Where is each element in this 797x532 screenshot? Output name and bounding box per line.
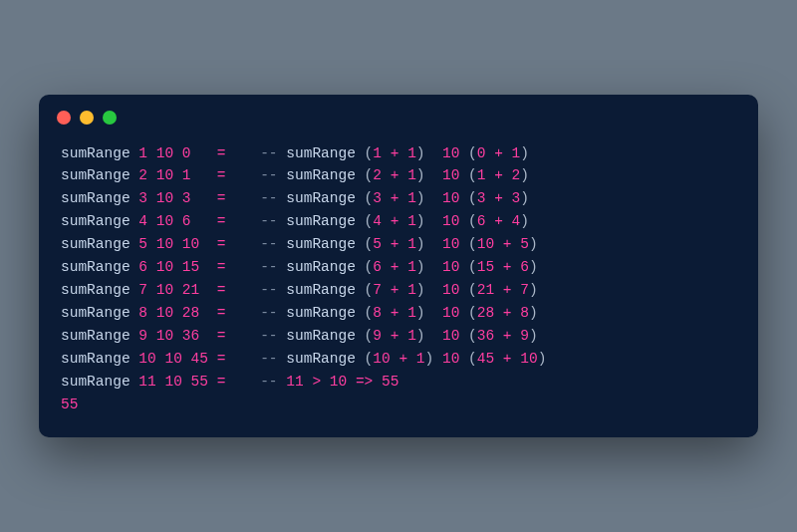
- arg-c: 36: [182, 328, 199, 344]
- cy: 28: [477, 305, 494, 321]
- lparen: (: [365, 259, 374, 275]
- one: 1: [416, 351, 425, 367]
- fn-name: sumRange: [286, 167, 356, 183]
- op-eq: =: [217, 145, 226, 161]
- cx: 7: [373, 282, 382, 298]
- lparen: (: [365, 328, 374, 344]
- arg-b: 10: [164, 351, 181, 367]
- minimize-icon[interactable]: [80, 111, 94, 125]
- cy: 45: [477, 351, 494, 367]
- rparen: ): [416, 282, 425, 298]
- cx: 2: [373, 167, 382, 183]
- code-line: sumRange 8 10 28 = -- sumRange (8 + 1) 1…: [61, 302, 736, 325]
- op-eq: =: [217, 167, 226, 183]
- lparen: (: [468, 305, 477, 321]
- op-plus: +: [503, 305, 512, 321]
- lparen: (: [365, 282, 374, 298]
- rparen: ): [416, 305, 425, 321]
- arg-b: 10: [156, 328, 173, 344]
- ten: 10: [442, 190, 459, 206]
- op-plus: +: [391, 167, 399, 183]
- arg-a: 9: [138, 328, 147, 344]
- fn-name: sumRange: [61, 167, 131, 183]
- cx: 6: [373, 259, 382, 275]
- op-plus: +: [503, 328, 512, 344]
- one: 1: [407, 190, 416, 206]
- op-plus: +: [391, 259, 399, 275]
- cz: 7: [520, 282, 529, 298]
- lparen: (: [468, 213, 477, 229]
- lparen: (: [365, 236, 374, 252]
- cy: 3: [477, 190, 486, 206]
- cy: 21: [477, 282, 494, 298]
- rparen: ): [520, 213, 529, 229]
- rparen: ): [538, 351, 547, 367]
- cz: 3: [512, 190, 521, 206]
- cy: 6: [477, 213, 486, 229]
- lparen: (: [365, 190, 374, 206]
- lparen: (: [468, 351, 477, 367]
- comment-dash: --: [260, 259, 277, 275]
- lparen: (: [365, 213, 374, 229]
- lparen: (: [468, 145, 477, 161]
- fn-name: sumRange: [286, 259, 356, 275]
- result: 55: [61, 397, 78, 412]
- code-line: sumRange 9 10 36 = -- sumRange (9 + 1) 1…: [61, 325, 736, 348]
- rparen: ): [520, 190, 529, 206]
- ten: 10: [442, 259, 459, 275]
- cy: 0: [477, 145, 486, 161]
- one: 1: [407, 305, 416, 321]
- comment-dash: --: [260, 374, 277, 390]
- lparen: (: [365, 305, 374, 321]
- comment-dash: --: [260, 305, 277, 321]
- ten: 10: [442, 213, 459, 229]
- arg-b: 10: [156, 213, 173, 229]
- arg-b: 10: [156, 190, 173, 206]
- cx: 3: [373, 190, 382, 206]
- maximize-icon[interactable]: [103, 111, 117, 125]
- op-eq: =: [217, 190, 226, 206]
- arg-a: 10: [138, 351, 155, 367]
- op-eq: =: [217, 213, 226, 229]
- lparen: (: [468, 259, 477, 275]
- op-plus: +: [391, 305, 399, 321]
- code-line: sumRange 10 10 45 = -- sumRange (10 + 1)…: [61, 348, 736, 371]
- op-eq: =: [217, 351, 226, 367]
- arg-c: 0: [182, 145, 191, 161]
- fn-name: sumRange: [61, 282, 131, 298]
- fn-name: sumRange: [61, 213, 131, 229]
- cx: 4: [373, 213, 382, 229]
- op-gt: >: [312, 374, 321, 390]
- arg-a: 4: [138, 213, 147, 229]
- code-line: sumRange 2 10 1 = -- sumRange (2 + 1) 10…: [61, 164, 736, 187]
- rparen: ): [416, 236, 425, 252]
- lparen: (: [468, 190, 477, 206]
- op-plus: +: [391, 236, 399, 252]
- fn-name: sumRange: [61, 145, 131, 161]
- code-block: sumRange 1 10 0 = -- sumRange (1 + 1) 10…: [39, 133, 758, 438]
- op-plus: +: [391, 190, 399, 206]
- arg-a: 3: [138, 190, 147, 206]
- op-eq: =: [217, 305, 226, 321]
- cx: 8: [373, 305, 382, 321]
- op-plus: +: [503, 282, 512, 298]
- rparen: ): [529, 282, 538, 298]
- ten: 10: [442, 167, 459, 183]
- arg-b: 10: [156, 259, 173, 275]
- cy: 15: [477, 259, 494, 275]
- cz: 4: [512, 213, 521, 229]
- arg-c: 21: [182, 282, 199, 298]
- op-plus: +: [398, 351, 407, 367]
- fn-name: sumRange: [61, 259, 131, 275]
- comment-dash: --: [260, 328, 277, 344]
- close-icon[interactable]: [57, 111, 71, 125]
- arg-c: 28: [182, 305, 199, 321]
- lparen: (: [468, 282, 477, 298]
- fn-name: sumRange: [61, 328, 131, 344]
- arg-c: 10: [182, 236, 199, 252]
- rparen: ): [529, 236, 538, 252]
- ten: 10: [442, 282, 459, 298]
- lparen: (: [468, 328, 477, 344]
- op-plus: +: [494, 145, 503, 161]
- cz: 10: [520, 351, 537, 367]
